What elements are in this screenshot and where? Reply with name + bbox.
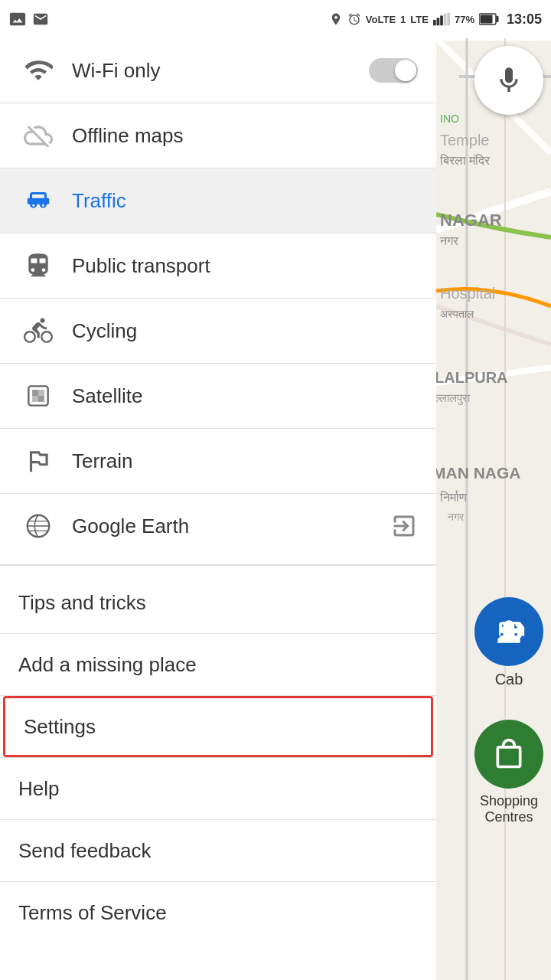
feedback-label: Send feedback xyxy=(18,839,151,863)
satellite-menu-item[interactable]: Satellite xyxy=(0,364,436,428)
cab-label: Cab xyxy=(495,671,523,688)
cab-button[interactable]: Cab xyxy=(474,597,543,688)
cycling-icon xyxy=(18,316,58,345)
divider-8 xyxy=(0,564,436,566)
svg-text:MAN NAGA: MAN NAGA xyxy=(432,464,521,482)
terrain-icon xyxy=(18,446,58,475)
status-icons: VoLTE 1 LTE 77% 13:05 xyxy=(329,11,542,28)
terrain-label: Terrain xyxy=(72,449,418,473)
svg-rect-25 xyxy=(447,13,450,26)
svg-rect-28 xyxy=(480,15,492,24)
battery-icon xyxy=(479,13,499,25)
terms-label: Terms of Service xyxy=(18,901,167,925)
svg-rect-32 xyxy=(32,396,38,402)
alarm-icon xyxy=(347,12,361,26)
notification-icons xyxy=(9,11,49,28)
help-menu-item[interactable]: Help xyxy=(0,758,436,819)
svg-rect-24 xyxy=(444,14,447,26)
wifi-icon xyxy=(18,56,58,85)
svg-rect-30 xyxy=(32,390,38,396)
location-icon xyxy=(329,12,343,26)
svg-rect-33 xyxy=(38,396,44,402)
google-earth-icon xyxy=(18,511,58,541)
shopping-button[interactable]: ShoppingCentres xyxy=(474,720,543,825)
svg-rect-31 xyxy=(38,390,44,396)
svg-text:INO: INO xyxy=(440,113,459,125)
svg-text:Temple: Temple xyxy=(440,132,489,149)
google-earth-menu-item[interactable]: Google Earth xyxy=(0,494,436,558)
terrain-menu-item[interactable]: Terrain xyxy=(0,429,436,493)
svg-text:LALPURA: LALPURA xyxy=(435,369,508,386)
svg-text:बिरला मंदिर: बिरला मंदिर xyxy=(439,154,491,167)
status-bar: VoLTE 1 LTE 77% 13:05 xyxy=(0,0,551,38)
satellite-label: Satellite xyxy=(72,384,418,408)
svg-rect-23 xyxy=(440,15,443,25)
public-transport-label: Public transport xyxy=(72,254,418,278)
cycling-label: Cycling xyxy=(72,319,418,343)
gmail-icon xyxy=(32,11,49,28)
svg-text:नगर: नगर xyxy=(447,511,465,523)
public-transport-icon xyxy=(18,251,58,280)
tips-label: Tips and tricks xyxy=(18,591,146,615)
svg-text:नगर: नगर xyxy=(439,234,459,247)
svg-rect-27 xyxy=(496,16,498,22)
svg-rect-22 xyxy=(437,18,440,25)
lte-text: LTE xyxy=(410,14,429,25)
feedback-menu-item[interactable]: Send feedback xyxy=(0,820,436,881)
shopping-label: ShoppingCentres xyxy=(480,793,538,825)
signal-icon xyxy=(433,12,450,26)
add-place-label: Add a missing place xyxy=(18,653,197,677)
svg-text:Hospital: Hospital xyxy=(440,285,495,302)
battery-pct: 77% xyxy=(455,14,474,25)
svg-rect-21 xyxy=(433,20,436,25)
wifi-menu-item[interactable]: Wi-Fi only xyxy=(0,38,436,103)
traffic-icon xyxy=(18,186,58,215)
offline-maps-label: Offline maps xyxy=(72,124,418,148)
add-place-menu-item[interactable]: Add a missing place xyxy=(0,634,436,695)
traffic-label: Traffic xyxy=(72,189,418,213)
public-transport-menu-item[interactable]: Public transport xyxy=(0,234,436,298)
mic-button[interactable] xyxy=(474,46,543,115)
svg-text:निर्माण: निर्माण xyxy=(439,490,467,504)
svg-text:ल्लालपुरा: ल्लालपुरा xyxy=(434,391,471,405)
satellite-icon xyxy=(18,381,58,410)
tips-menu-item[interactable]: Tips and tricks xyxy=(0,572,436,633)
gallery-icon xyxy=(9,11,26,28)
settings-label: Settings xyxy=(24,715,96,739)
wifi-label: Wi-Fi only xyxy=(72,59,369,83)
navigation-drawer: Wi-Fi only Offline maps Traffic xyxy=(0,38,436,980)
wifi-toggle[interactable] xyxy=(369,58,418,83)
traffic-menu-item[interactable]: Traffic xyxy=(0,168,436,233)
offline-maps-menu-item[interactable]: Offline maps xyxy=(0,103,436,168)
help-label: Help xyxy=(18,777,59,801)
network-text: 1 xyxy=(400,14,406,25)
cycling-menu-item[interactable]: Cycling xyxy=(0,299,436,363)
terms-menu-item[interactable]: Terms of Service xyxy=(0,882,436,943)
google-earth-label: Google Earth xyxy=(72,514,390,538)
time: 13:05 xyxy=(507,11,542,28)
external-link-icon xyxy=(390,512,418,540)
settings-menu-item[interactable]: Settings xyxy=(3,696,433,757)
svg-text:अस्पताल: अस्पताल xyxy=(440,308,474,320)
vol-text: VoLTE xyxy=(366,14,396,25)
svg-text:NAGAR: NAGAR xyxy=(440,211,502,230)
offline-maps-icon xyxy=(18,121,58,150)
